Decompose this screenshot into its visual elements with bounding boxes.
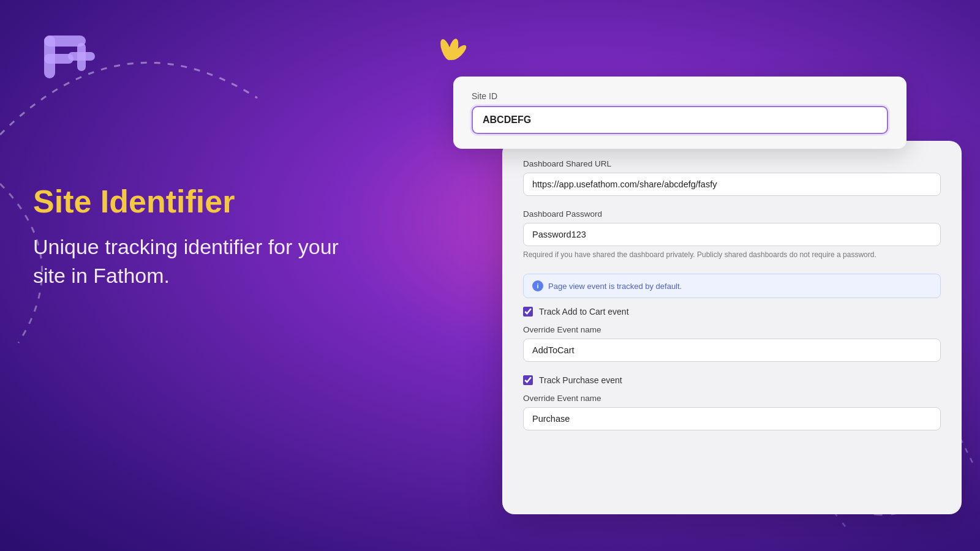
fathom-logo [33, 22, 107, 92]
info-banner-text: Page view event is tracked by default. [548, 282, 682, 291]
site-id-label: Site ID [472, 91, 888, 101]
site-id-card: Site ID [453, 77, 907, 149]
dashboard-password-input[interactable] [523, 223, 941, 246]
dashboard-password-hint: Required if you have shared the dashboar… [523, 250, 941, 260]
dashboard-password-group: Dashboard Password Required if you have … [523, 209, 941, 260]
track-add-to-cart-row: Track Add to Cart event [523, 307, 941, 317]
track-purchase-label[interactable]: Track Purchase event [539, 375, 622, 385]
dashboard-url-input[interactable] [523, 173, 941, 196]
track-add-to-cart-label[interactable]: Track Add to Cart event [539, 307, 629, 317]
add-to-cart-override-group: Override Event name [523, 325, 941, 362]
purchase-override-group: Override Event name [523, 394, 941, 430]
info-banner: i Page view event is tracked by default. [523, 274, 941, 298]
track-purchase-row: Track Purchase event [523, 375, 941, 385]
purchase-override-label: Override Event name [523, 394, 941, 403]
left-content: Site Identifier Unique tracking identifi… [33, 184, 376, 291]
settings-card: Dashboard Shared URL Dashboard Password … [502, 141, 962, 514]
add-to-cart-override-label: Override Event name [523, 325, 941, 334]
page-description: Unique tracking identifier for your site… [33, 233, 376, 291]
yellow-decoration [423, 34, 478, 91]
svg-rect-7 [68, 52, 95, 61]
info-icon: i [532, 280, 543, 291]
track-purchase-checkbox[interactable] [523, 375, 533, 385]
dashboard-password-label: Dashboard Password [523, 209, 941, 219]
site-id-input[interactable] [472, 106, 888, 134]
dashboard-url-group: Dashboard Shared URL [523, 159, 941, 196]
add-to-cart-override-input[interactable] [523, 339, 941, 362]
page-title: Site Identifier [33, 184, 376, 220]
track-add-to-cart-checkbox[interactable] [523, 307, 533, 317]
purchase-override-input[interactable] [523, 407, 941, 430]
dashboard-url-label: Dashboard Shared URL [523, 159, 941, 168]
